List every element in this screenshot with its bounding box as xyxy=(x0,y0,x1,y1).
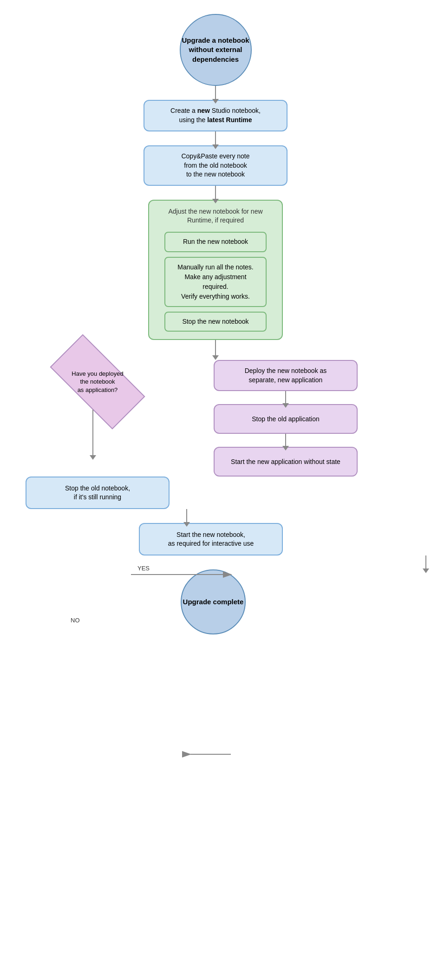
manually-run-box: Manually run all the notes.Make any adju… xyxy=(164,257,267,307)
stop-old-col: Stop the old notebook,if it's still runn… xyxy=(0,477,186,509)
deploy-text: Deploy the new notebook asseparate, new … xyxy=(245,366,327,385)
start-new-app-box: Start the new application without state xyxy=(214,447,358,477)
decision-text: Have you deployedthe notebookas applicat… xyxy=(60,370,135,394)
left-branch: Have you deployedthe notebookas applicat… xyxy=(0,356,186,456)
manually-run-text: Manually run all the notes.Make any adju… xyxy=(173,262,258,301)
start-new-app-text: Start the new application without state xyxy=(231,457,340,467)
right-branch: Deploy the new notebook asseparate, new … xyxy=(186,356,385,477)
end-node: Upgrade complete xyxy=(181,569,246,634)
stop-old-notebook-box: Stop the old notebook,if it's still runn… xyxy=(26,477,170,509)
arrow-2 xyxy=(215,131,216,145)
stop-old-app-text: Stop the old application xyxy=(252,415,320,424)
decision-row: Have you deployedthe notebookas applicat… xyxy=(0,356,431,477)
start-new-notebook-text: Start the new notebook,as required for i… xyxy=(168,530,254,549)
step2-text: Copy&Paste every notefrom the old notebo… xyxy=(181,152,249,179)
svg-text:NO: NO xyxy=(71,617,80,624)
arrow-3 xyxy=(215,186,216,200)
arrow-5 xyxy=(186,509,187,523)
start-new-notebook-wrapper: Start the new notebook,as required for i… xyxy=(139,523,287,555)
stop-old-notebook-text: Stop the old notebook,if it's still runn… xyxy=(65,484,130,502)
stop-old-app-box: Stop the old application xyxy=(214,404,358,434)
step2-box: Copy&Paste every notefrom the old notebo… xyxy=(144,145,287,186)
start-new-notebook-box: Start the new notebook,as required for i… xyxy=(139,523,283,555)
deploy-box: Deploy the new notebook asseparate, new … xyxy=(214,360,358,391)
green-group-label: Adjust the new notebook for new Runtime,… xyxy=(157,207,274,225)
right-spacer xyxy=(186,477,385,509)
start-node: Upgrade a notebook without external depe… xyxy=(180,14,252,86)
start-title: Upgrade a notebook without external depe… xyxy=(181,36,251,64)
arrow-6 xyxy=(425,555,426,569)
stop-old-row: Stop the old notebook,if it's still runn… xyxy=(0,477,431,509)
step1-text: Create a new Studio notebook,using the l… xyxy=(170,106,261,124)
no-arrow xyxy=(92,410,93,456)
stop-new-notebook-box: Stop the new notebook xyxy=(164,312,267,332)
arrow-right-1 xyxy=(285,391,286,404)
svg-text:YES: YES xyxy=(137,565,150,572)
step1-box: Create a new Studio notebook,using the l… xyxy=(144,100,287,131)
arrow-1 xyxy=(215,86,216,100)
run-notebook-box: Run the new notebook xyxy=(164,232,267,252)
end-title: Upgrade complete xyxy=(183,597,244,607)
arrow-right-2 xyxy=(285,434,286,447)
decision-diamond: Have you deployedthe notebookas applicat… xyxy=(46,356,149,407)
green-group: Adjust the new notebook for new Runtime,… xyxy=(148,200,283,340)
arrow-4 xyxy=(215,340,216,356)
flowchart: YES NO Upgrade a notebook without extern… xyxy=(0,0,431,980)
